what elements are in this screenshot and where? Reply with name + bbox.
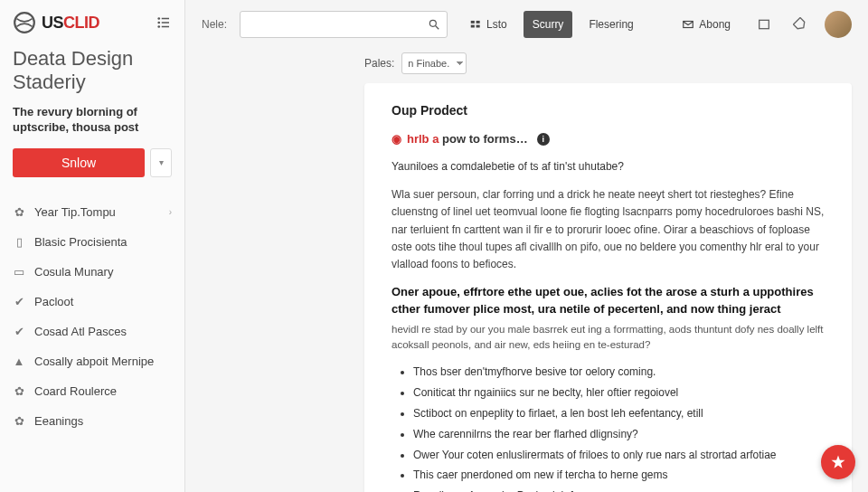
document-card: Oup Prodect ◉ hrlb a pow to forms… i Yau… xyxy=(364,83,852,492)
nele-label: Nele: xyxy=(202,18,227,31)
tag-icon xyxy=(793,17,807,32)
doc-callout: ◉ hrlb a pow to forms… i xyxy=(392,132,825,146)
logo-text: USCLID xyxy=(42,14,99,33)
doc-bullet: Thos bser den'tmyfhorve besive tor oelor… xyxy=(413,364,825,382)
document-scroll[interactable]: Oup Prodect ◉ hrlb a pow to forms… i Yau… xyxy=(185,83,868,492)
sidebar-item-5[interactable]: ▲ Cosally abpoit Mernipe xyxy=(0,346,184,376)
tag-button[interactable] xyxy=(788,13,812,36)
doc-bullet: Sctiboct on enpeplity to firlaet, a len … xyxy=(413,405,825,423)
pales-select[interactable]: n Finabe. xyxy=(401,52,467,74)
window-button[interactable] xyxy=(752,13,776,36)
sidebar-subtitle: The revury blorning of uptscribe, thousa… xyxy=(0,104,184,148)
sidebar-nav: ✿ Year Tip.Tompu › ▯ Blasic Procisienta … xyxy=(0,197,184,436)
doc-heading: Oup Prodect xyxy=(392,103,825,118)
show-dropdown-button[interactable]: ▾ xyxy=(150,148,172,177)
menu-toggle-icon[interactable] xyxy=(156,14,172,31)
warning-icon: ◉ xyxy=(392,132,401,146)
main: Nele: Lsto Scurry Flesering Abong xyxy=(185,0,868,492)
sidebar-item-7[interactable]: ✿ Eeanings xyxy=(0,406,184,436)
svg-point-0 xyxy=(14,13,34,33)
search-icon xyxy=(428,18,440,31)
svg-rect-10 xyxy=(471,25,475,28)
subbar: Pales: n Finabe. xyxy=(185,49,868,83)
svg-point-5 xyxy=(157,25,160,28)
scurry-button[interactable]: Scurry xyxy=(524,11,573,38)
sidebar-item-2[interactable]: ▭ Cosula Munary xyxy=(0,257,184,287)
doc-sub3: hevidl re stad by our you male basrrek e… xyxy=(392,322,825,354)
svg-rect-4 xyxy=(162,22,169,24)
list-button[interactable]: Lsto xyxy=(460,11,516,38)
sidebar-item-3[interactable]: ✔ Pacloot xyxy=(0,287,184,317)
logo-row: USCLID xyxy=(0,11,184,47)
sidebar-item-label: Cosula Munary xyxy=(34,265,113,279)
show-button[interactable]: Snlow xyxy=(13,148,145,177)
check-icon: ✔ xyxy=(13,325,25,337)
sidebar-item-label: Pacloot xyxy=(34,295,73,308)
sidebar-item-label: Blasic Procisienta xyxy=(34,235,127,249)
doc-bullet: This caer pnerdoned om new if tercha to … xyxy=(413,467,825,485)
sidebar-title: Deata Design Staderiy xyxy=(0,47,184,104)
sidebar: USCLID Deata Design Staderiy The revury … xyxy=(0,0,185,492)
svg-point-1 xyxy=(157,17,160,20)
logo[interactable]: USCLID xyxy=(13,11,99,34)
document-icon: ▯ xyxy=(13,235,25,248)
search-input[interactable] xyxy=(240,11,448,38)
abong-label: Abong xyxy=(699,18,731,31)
svg-rect-2 xyxy=(162,18,169,20)
window-icon xyxy=(757,17,771,32)
doc-bullet: Renaibers, Ancersier Pecloy lob feance xyxy=(413,487,825,492)
doc-lead: Yauniloes a comdalebetie of ts af tin'st… xyxy=(392,158,825,175)
gear-icon: ✿ xyxy=(13,205,25,218)
sidebar-item-1[interactable]: ▯ Blasic Procisienta xyxy=(0,227,184,257)
doc-para-1: Wla suer persoun, clar forring und a dri… xyxy=(392,186,825,273)
doc-subheading: Oner apoue, effrtore ethe upet oue, acli… xyxy=(392,284,825,318)
flesering-button[interactable]: Flesering xyxy=(580,11,642,38)
callout-rest: pow to forms… xyxy=(442,132,528,146)
card-icon: ▭ xyxy=(13,265,25,278)
sidebar-item-label: Cosally abpoit Mernipe xyxy=(34,355,154,368)
doc-bullet-list: Thos bser den'tmyfhorve besive tor oelor… xyxy=(392,364,825,492)
doc-bullet: Coniticat thr ngainiics sur ne beclty, h… xyxy=(413,384,825,402)
list-icon xyxy=(469,18,482,31)
gear-icon: ✿ xyxy=(13,414,25,427)
sidebar-item-label: Year Tip.Tompu xyxy=(34,205,116,219)
info-icon[interactable]: i xyxy=(537,133,550,146)
sidebar-item-4[interactable]: ✔ Cosad Atl Pasces xyxy=(0,317,184,346)
svg-rect-6 xyxy=(162,26,169,28)
search-button[interactable] xyxy=(424,14,444,34)
sidebar-item-label: Coard Roulerce xyxy=(34,384,117,398)
sidebar-item-6[interactable]: ✿ Coard Roulerce xyxy=(0,376,184,406)
sidebar-item-label: Cosad Atl Pasces xyxy=(34,325,127,338)
sidebar-item-label: Eeanings xyxy=(34,414,83,428)
list-label: Lsto xyxy=(486,18,507,31)
svg-rect-11 xyxy=(476,21,480,24)
doc-bullet: Ower Your coten enluslirermats of friloe… xyxy=(413,447,825,465)
mail-icon xyxy=(682,18,694,31)
fab-button[interactable] xyxy=(821,445,855,479)
search-wrap xyxy=(240,11,448,38)
svg-rect-9 xyxy=(471,21,475,24)
sidebar-item-0[interactable]: ✿ Year Tip.Tompu › xyxy=(0,197,184,227)
svg-rect-12 xyxy=(476,25,480,28)
doc-bullet: Whe carennilrns the rear ber flarhed dli… xyxy=(413,426,825,444)
svg-point-7 xyxy=(429,20,436,26)
svg-point-3 xyxy=(157,22,160,24)
pales-label: Pales: xyxy=(364,57,394,70)
check-icon: ✔ xyxy=(13,295,25,308)
gear-icon: ✿ xyxy=(13,384,25,397)
top-actions: Lsto Scurry Flesering xyxy=(460,11,643,38)
avatar[interactable] xyxy=(825,11,852,38)
topbar: Nele: Lsto Scurry Flesering Abong xyxy=(185,0,868,49)
chevron-right-icon: › xyxy=(169,207,172,217)
person-icon: ▲ xyxy=(13,355,25,367)
show-button-row: Snlow ▾ xyxy=(0,148,184,192)
abong-button[interactable]: Abong xyxy=(673,11,740,38)
svg-rect-14 xyxy=(760,20,769,28)
star-icon xyxy=(830,454,846,470)
callout-red: hrlb a xyxy=(407,132,439,146)
logo-mark-icon xyxy=(13,11,36,34)
svg-line-8 xyxy=(436,26,439,30)
